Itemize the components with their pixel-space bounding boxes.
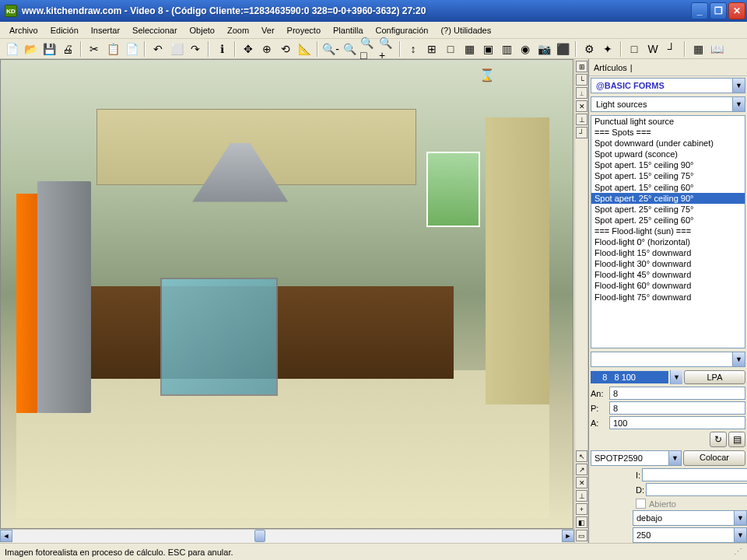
i-input[interactable] xyxy=(642,468,747,481)
toolbar-button[interactable]: ℹ xyxy=(213,40,230,58)
width-input[interactable] xyxy=(609,387,745,400)
dropdown-arrow-icon[interactable]: ▼ xyxy=(732,79,745,93)
toolbar-button[interactable]: 📂 xyxy=(22,40,39,58)
toolbar-button[interactable]: ▥ xyxy=(498,40,515,58)
vert-tool-button[interactable]: + xyxy=(576,503,587,515)
menu-seleccionar[interactable]: Seleccionar xyxy=(126,24,183,37)
vert-tool-button[interactable]: ↖ xyxy=(576,450,587,462)
list-item[interactable]: Spot apert. 25° ceiling 75° xyxy=(591,204,745,215)
vert-tool-button[interactable]: ⟂ xyxy=(576,87,587,99)
toolbar-button[interactable]: 📐 xyxy=(296,40,313,58)
horizontal-scrollbar[interactable]: ◄ ► xyxy=(0,529,574,543)
menu-zoom[interactable]: Zoom xyxy=(221,24,255,37)
vert-tool-button[interactable]: ⊞ xyxy=(576,61,587,72)
dropdown-arrow-icon[interactable]: ▼ xyxy=(734,528,746,542)
minimize-button[interactable]: _ xyxy=(691,2,708,19)
vert-tool-button[interactable]: ┘ xyxy=(576,127,587,138)
list-item[interactable]: === Flood-light (sun) === xyxy=(591,226,745,236)
height-position-dropdown[interactable]: 250 ▼ xyxy=(633,527,747,543)
height-input[interactable] xyxy=(609,416,745,429)
list-item[interactable]: Flood-light 75° downward xyxy=(591,292,745,303)
menu-plantilla[interactable]: Plantilla xyxy=(327,24,370,37)
toolbar-button[interactable]: 💾 xyxy=(40,40,58,58)
toolbar-button[interactable]: 🔍 xyxy=(341,40,358,58)
menu-ver[interactable]: Ver xyxy=(255,24,281,37)
scroll-thumb[interactable] xyxy=(254,530,265,542)
code-dropdown[interactable]: SPOTP2590 ▼ xyxy=(591,450,682,466)
vert-tool-button[interactable]: ↗ xyxy=(576,464,587,475)
list-item[interactable]: Flood-light 0° (horizontal) xyxy=(591,236,745,247)
toolbar-button[interactable]: 📖 xyxy=(708,40,725,58)
menu-configuracin[interactable]: Configuración xyxy=(370,24,435,37)
toolbar-button[interactable]: ↕ xyxy=(405,40,422,58)
refresh-button[interactable]: ↻ xyxy=(710,432,727,447)
list-item[interactable]: Spot upward (sconce) xyxy=(591,149,745,159)
toolbar-button[interactable]: 📄 xyxy=(123,40,140,58)
menu-edicin[interactable]: Edición xyxy=(44,24,85,37)
depth-input[interactable] xyxy=(609,401,745,415)
vert-tool-button[interactable]: └ xyxy=(576,74,587,86)
vert-tool-button[interactable]: ⊥ xyxy=(576,490,587,502)
list-item[interactable]: Flood-light 15° downward xyxy=(591,247,745,258)
category-dropdown[interactable]: Light sources ▼ xyxy=(591,96,745,112)
list-item[interactable]: Flood-light 30° downward xyxy=(591,258,745,269)
d-input[interactable] xyxy=(646,483,747,496)
list-item[interactable]: Spot apert. 15° ceiling 75° xyxy=(591,170,745,181)
vert-tool-button[interactable]: ▭ xyxy=(576,530,587,541)
place-button[interactable]: Colocar xyxy=(683,450,745,466)
vert-tool-button[interactable]: ◧ xyxy=(576,516,587,528)
maximize-button[interactable]: ❐ xyxy=(710,2,727,19)
list-item[interactable]: Spot downward (under cabinet) xyxy=(591,138,745,149)
menu-archivo[interactable]: Archivo xyxy=(3,24,44,37)
list-button[interactable]: ▤ xyxy=(728,432,745,447)
menu-utilidades[interactable]: (?) Utilidades xyxy=(434,24,497,37)
preview-strip[interactable]: ▼ xyxy=(591,352,745,367)
toolbar-button[interactable]: 🔍+ xyxy=(378,40,395,58)
list-item[interactable]: Flood-light 60° downward xyxy=(591,280,745,291)
lpa-button[interactable]: LPA xyxy=(684,370,745,384)
list-item[interactable]: Spot apert. 15° ceiling 90° xyxy=(591,159,745,170)
dropdown-arrow-icon[interactable]: ▼ xyxy=(668,451,681,465)
toolbar-button[interactable]: ↷ xyxy=(187,40,204,58)
vert-tool-button[interactable]: ✕ xyxy=(576,100,587,112)
item-list[interactable]: Punctual light source=== Spots ===Spot d… xyxy=(591,115,745,348)
toolbar-button[interactable]: ⬛ xyxy=(554,40,571,58)
toolbar-button[interactable]: ┘ xyxy=(663,40,680,58)
list-item[interactable]: Spot apert. 25° ceiling 90° xyxy=(591,193,745,204)
toolbar-button[interactable]: 🖨 xyxy=(59,40,76,58)
toolbar-button[interactable]: ⊞ xyxy=(423,40,440,58)
toolbar-button[interactable]: ✦ xyxy=(599,40,616,58)
toolbar-button[interactable]: 📷 xyxy=(535,40,552,58)
toolbar-button[interactable]: ✂ xyxy=(86,40,103,58)
open-checkbox-row[interactable]: Abierto xyxy=(636,499,745,509)
toolbar-button[interactable]: W xyxy=(644,40,661,58)
3d-viewport[interactable]: ⌛ xyxy=(0,59,573,529)
menu-proyecto[interactable]: Proyecto xyxy=(281,24,327,37)
toolbar-button[interactable]: □ xyxy=(626,40,643,58)
close-button[interactable]: ✕ xyxy=(728,2,745,19)
open-checkbox[interactable] xyxy=(636,499,646,509)
list-item[interactable]: === Spots === xyxy=(591,127,745,138)
vert-tool-button[interactable]: ✕ xyxy=(576,477,587,488)
toolbar-button[interactable]: ↶ xyxy=(149,40,167,58)
list-item[interactable]: Spot apert. 25° ceiling 60° xyxy=(591,215,745,226)
dropdown-arrow-icon[interactable]: ▼ xyxy=(670,370,682,384)
menu-insertar[interactable]: Insertar xyxy=(85,24,126,37)
scroll-left-button[interactable]: ◄ xyxy=(0,530,12,542)
toolbar-button[interactable]: ◉ xyxy=(517,40,534,58)
list-item[interactable]: Flood-light 45° downward xyxy=(591,269,745,280)
toolbar-button[interactable]: 🔍□ xyxy=(359,40,377,58)
scroll-right-button[interactable]: ► xyxy=(562,530,574,542)
toolbar-button[interactable]: ⊕ xyxy=(258,40,275,58)
toolbar-button[interactable]: ⚙ xyxy=(580,40,598,58)
list-item[interactable]: Punctual light source xyxy=(591,116,745,127)
toolbar-button[interactable]: ▣ xyxy=(479,40,496,58)
vert-tool-button[interactable]: ⊥ xyxy=(576,114,587,125)
toolbar-button[interactable]: 🔍- xyxy=(322,40,339,58)
toolbar-button[interactable]: 📋 xyxy=(104,40,121,58)
toolbar-button[interactable]: ⬜ xyxy=(168,40,185,58)
resize-grip-icon[interactable]: ⋰ xyxy=(730,547,742,557)
toolbar-button[interactable]: 📄 xyxy=(3,40,20,58)
toolbar-button[interactable]: ▦ xyxy=(689,40,707,58)
catalog-dropdown[interactable]: @BASIC FORMS ▼ xyxy=(591,78,745,93)
